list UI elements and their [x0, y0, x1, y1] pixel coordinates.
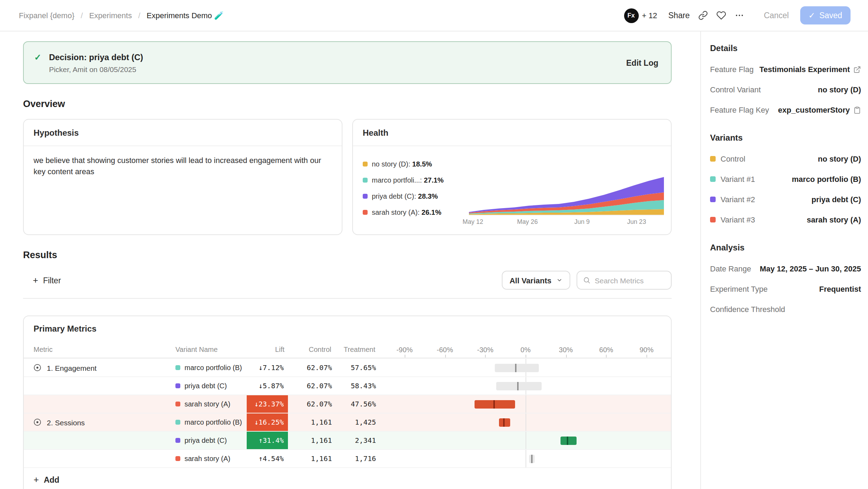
x-axis-label: May 26: [517, 218, 538, 225]
table-row[interactable]: 2. Sessionsmarco portfolio (B)↓16.25%1,1…: [24, 413, 671, 431]
hypothesis-title: Hypothesis: [24, 120, 342, 146]
divider: [23, 298, 672, 299]
collaborators-count[interactable]: + 12: [642, 11, 657, 20]
legend-item[interactable]: no story (D): 18.5%: [363, 160, 469, 168]
treatment-value: 1,716: [335, 455, 379, 462]
sidebar-label: Confidence Threshold: [710, 305, 785, 313]
cancel-button[interactable]: Cancel: [764, 11, 789, 20]
axis-tick-label: 0%: [521, 346, 531, 353]
legend-item[interactable]: sarah story (A): 26.1%: [363, 208, 469, 216]
variants-dropdown[interactable]: All Variants: [502, 271, 570, 290]
table-row[interactable]: priya debt (C)↑31.4%1,1612,341: [24, 431, 671, 449]
variant-swatch: [710, 217, 716, 222]
search-input[interactable]: [595, 276, 665, 284]
control-value: 1,161: [288, 418, 335, 426]
table-row[interactable]: sarah story (A)↓23.37%62.07%47.56%: [24, 395, 671, 413]
confidence-interval-cell: [379, 432, 671, 449]
legend-swatch: [363, 194, 368, 199]
chart-x-axis: May 12May 26Jun 9Jun 23: [469, 215, 664, 225]
more-icon[interactable]: [735, 10, 744, 20]
health-title: Health: [353, 120, 671, 146]
breadcrumb-separator: /: [81, 11, 83, 20]
x-axis-label: May 12: [463, 218, 483, 225]
sidebar-value: Testimonials Experiment: [759, 65, 861, 73]
breadcrumb-item[interactable]: Experiments Demo 🧪: [147, 11, 224, 20]
confidence-interval-bar: [499, 418, 510, 426]
legend-swatch: [363, 210, 368, 215]
variant-cell: sarah story (A): [173, 400, 247, 408]
decision-subtitle: Picker, Amit on 08/05/2025: [49, 65, 143, 73]
health-body: no story (D): 18.5%marco portfoli...: 27…: [353, 146, 671, 225]
filter-button[interactable]: +Filter: [33, 275, 61, 285]
axis-tick-label: -30%: [477, 346, 493, 353]
main-content: ✓ Decision: priya debt (C) Picker, Amit …: [0, 31, 700, 489]
control-value: 62.07%: [288, 400, 335, 408]
sidebar-label: Variant #2: [710, 195, 755, 204]
legend-swatch: [363, 162, 368, 166]
external-link-icon[interactable]: [853, 65, 861, 73]
breadcrumb-item[interactable]: Experiments: [89, 11, 132, 20]
variant-cell: marco portfolio (B): [173, 418, 247, 426]
chevron-down-icon: [556, 277, 563, 283]
legend-item[interactable]: marco portfoli...: 27.1%: [363, 176, 469, 184]
sidebar-row: Feature FlagTestimonials Experiment: [710, 65, 861, 73]
median-tick: [567, 436, 569, 445]
table-row[interactable]: priya debt (C)↓5.87%62.07%58.43%: [24, 376, 671, 395]
sidebar-label: Control Variant: [710, 85, 761, 94]
breadcrumb-separator: /: [138, 11, 140, 20]
sidebar-value: May 12, 2025 – Jun 30, 2025: [760, 264, 861, 273]
plus-icon: +: [34, 474, 39, 485]
legend-label: priya debt (C): 28.3%: [372, 192, 438, 200]
metric-name: 2. Sessions: [47, 418, 85, 426]
confidence-interval-bar: [529, 454, 535, 463]
hypothesis-card: Hypothesis we believe that showing custo…: [23, 119, 342, 235]
top-actions: Fx + 12 Share Cancel ✓Saved: [624, 6, 851, 24]
metric-name: 1. Engagement: [47, 363, 96, 372]
avatar[interactable]: Fx: [624, 8, 638, 23]
variant-name: marco portfolio (B): [185, 418, 242, 426]
primary-metrics-title: Primary Metrics: [24, 316, 671, 341]
sidebar-row: Confidence Threshold: [710, 305, 861, 313]
axis-tick-label: 60%: [599, 346, 613, 353]
sidebar-label: Variant #3: [710, 215, 755, 224]
lift-value: ↑4.54%: [247, 450, 288, 467]
treatment-value: 2,341: [335, 437, 379, 444]
sidebar-section: AnalysisDate RangeMay 12, 2025 – Jun 30,…: [710, 243, 861, 313]
health-chart: May 12May 26Jun 9Jun 23: [469, 155, 664, 225]
variant-swatch: [175, 420, 180, 425]
median-tick: [493, 400, 495, 408]
link-icon[interactable]: [698, 10, 708, 20]
x-axis-label: Jun 9: [574, 218, 590, 225]
variant-cell: priya debt (C): [173, 437, 247, 444]
legend-label: no story (D): 18.5%: [372, 160, 432, 168]
heart-icon[interactable]: [716, 10, 726, 20]
edit-log-button[interactable]: Edit Log: [626, 58, 658, 67]
saved-button[interactable]: ✓Saved: [800, 6, 851, 24]
variant-cell: marco portfolio (B): [173, 364, 247, 371]
variant-swatch: [175, 438, 180, 443]
breadcrumb-item[interactable]: Fixpanel {demo}: [19, 11, 74, 20]
confidence-interval-bar: [560, 436, 577, 445]
variant-name: marco portfolio (B): [185, 364, 242, 371]
sidebar-label: Control: [710, 155, 745, 163]
col-axis: -90%-60%-30%0%30%60%90%: [379, 341, 671, 357]
axis-tick-label: 90%: [639, 346, 653, 353]
share-button[interactable]: Share: [668, 11, 690, 20]
legend-item[interactable]: priya debt (C): 28.3%: [363, 192, 469, 200]
lift-value: ↑31.4%: [247, 432, 288, 449]
table-row[interactable]: sarah story (A)↑4.54%1,1611,716: [24, 449, 671, 467]
decision-banner: ✓ Decision: priya debt (C) Picker, Amit …: [23, 41, 672, 84]
legend-label: sarah story (A): 26.1%: [372, 208, 441, 216]
confidence-interval-cell: [379, 450, 671, 467]
sidebar-row: Feature Flag Keyexp_customerStory: [710, 106, 861, 114]
variant-name: priya debt (C): [185, 437, 227, 444]
table-row[interactable]: 1. Engagementmarco portfolio (B)↓7.12%62…: [24, 358, 671, 376]
lift-value: ↓16.25%: [247, 413, 288, 431]
confidence-interval-cell: [379, 377, 671, 395]
metric-cell: 1. Engagement: [24, 363, 173, 372]
clipboard-icon[interactable]: [853, 106, 861, 114]
add-metric-button[interactable]: +Add: [24, 467, 671, 489]
details-sidebar: DetailsFeature FlagTestimonials Experime…: [700, 31, 868, 489]
axis-tick-label: 30%: [559, 346, 573, 353]
overview-heading: Overview: [23, 99, 672, 109]
